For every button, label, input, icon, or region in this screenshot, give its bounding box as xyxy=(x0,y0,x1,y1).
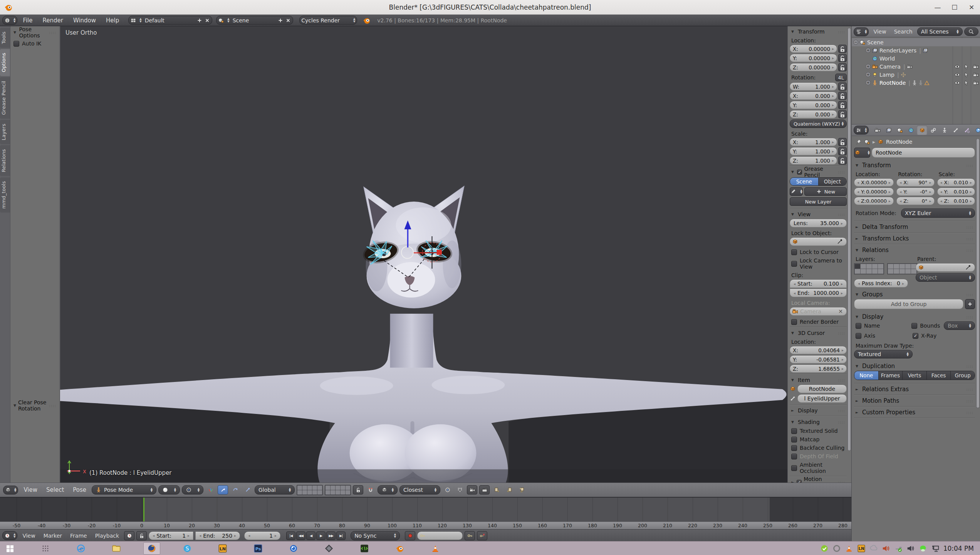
gp-tab-object[interactable]: Object xyxy=(819,178,847,185)
pivot-point-dropdown[interactable] xyxy=(182,485,203,494)
transform-rotation-x-field[interactable]: ◂X:90°▸ xyxy=(896,178,934,187)
shading-matcap-checkbox[interactable]: Matcap xyxy=(790,435,847,444)
shading-backface-culling-checkbox[interactable]: Backface Culling xyxy=(790,444,847,452)
pin-icon[interactable] xyxy=(856,139,862,145)
3d-cursor-panel-header[interactable]: ▼3D Cursor xyxy=(790,328,847,338)
prop-groups-header[interactable]: ▼Groups xyxy=(854,290,975,299)
location-x-field[interactable]: X:0.00000▸ xyxy=(790,45,837,53)
gp-datablock-button[interactable] xyxy=(790,187,803,196)
properties-tab-scene[interactable] xyxy=(894,125,905,135)
timeline-ruler[interactable]: -50-40-30-20-100102030405060708090100110… xyxy=(0,521,851,529)
taskbar-blue-orb[interactable] xyxy=(285,542,302,555)
taskbar-clock[interactable]: 10:04 PM xyxy=(943,545,974,552)
lock-icon[interactable] xyxy=(838,92,847,100)
lens-field[interactable]: Lens:35.000▸ xyxy=(790,219,847,227)
properties-tab-physics[interactable] xyxy=(973,125,980,135)
taskbar-file-explorer[interactable] xyxy=(108,542,125,555)
location-y-field[interactable]: Y:0.00000▸ xyxy=(790,54,837,62)
outliner-search-input[interactable] xyxy=(964,27,978,36)
visibility-eye-icon[interactable] xyxy=(953,72,962,78)
rotation-mode-dropdown[interactable]: Quaternion (WXYZ) xyxy=(790,119,847,128)
max-draw-dropdown[interactable]: Textured xyxy=(854,350,913,358)
item-object-field[interactable]: RootNode xyxy=(797,385,847,393)
clear-pose-rotation-panel-header[interactable]: ▼Clear Pose Rotation xyxy=(12,401,58,410)
scale-y-field[interactable]: Y:1.000▸ xyxy=(790,147,837,155)
panel-header-relations-extras[interactable]: ►Relations Extras xyxy=(854,385,975,394)
viewport-shading-dropdown[interactable] xyxy=(158,485,180,494)
layers-grid-2[interactable] xyxy=(887,263,917,274)
outliner-filter-dropdown[interactable]: All Scenes xyxy=(917,27,963,36)
mode-dropdown[interactable]: Pose Mode xyxy=(92,485,156,494)
snap-target-dropdown[interactable]: Closest xyxy=(399,485,440,494)
properties-scrollbar[interactable] xyxy=(976,138,980,408)
selectability-cursor-icon[interactable] xyxy=(962,72,971,78)
item-bone-field[interactable]: l EyelidUpper xyxy=(797,394,847,403)
properties-tab-render-layers[interactable] xyxy=(883,125,894,135)
outliner-row-camera[interactable]: + Camera | xyxy=(852,62,980,71)
toolshelf-tab-tools[interactable]: Tools xyxy=(0,28,10,48)
menu-window[interactable]: Window xyxy=(69,15,101,26)
tray-vlc-icon[interactable] xyxy=(845,544,853,553)
manipulator-scale-button[interactable] xyxy=(242,485,253,494)
orientation-dropdown[interactable]: Global xyxy=(255,485,295,494)
rotation-y-field[interactable]: Y:0.000▸ xyxy=(790,101,837,109)
prop-transform-header[interactable]: ▼Transform xyxy=(854,161,975,170)
rotation-mode-dropdown[interactable]: XYZ Euler xyxy=(901,209,975,218)
manipulator-translate-button[interactable] xyxy=(218,485,228,494)
panel-header-motion-paths[interactable]: ►Motion Paths xyxy=(854,396,975,405)
properties-tab-bone[interactable] xyxy=(950,125,961,135)
rotation-w-field[interactable]: W:1.000▸ xyxy=(790,82,837,91)
gp-new-button[interactable]: New xyxy=(804,187,847,196)
frame-start-field[interactable]: ◂Start:1▸ xyxy=(149,531,193,540)
expander-icon[interactable]: + xyxy=(866,80,871,85)
vp-menu-view[interactable]: View xyxy=(20,483,41,497)
opengl-anim-button[interactable] xyxy=(479,485,490,494)
sync-dropdown[interactable]: No Sync xyxy=(351,531,400,540)
prop-relations-header[interactable]: ▼Relations xyxy=(854,246,975,255)
screen-layout-selector[interactable]: Default xyxy=(128,16,212,25)
transform-panel-header[interactable]: ▼Transform xyxy=(790,27,847,36)
lock-frame-range-button[interactable] xyxy=(136,531,147,540)
visibility-eye-icon[interactable] xyxy=(953,64,962,70)
id-type-button[interactable] xyxy=(854,148,870,158)
manipulator-axis-button[interactable] xyxy=(205,485,216,494)
duplication-group[interactable]: Group xyxy=(951,371,975,380)
current-frame-field[interactable]: ◂1▸ xyxy=(244,531,280,540)
taskbar-start[interactable] xyxy=(2,542,18,555)
gp-new-layer-button[interactable]: New Layer xyxy=(790,197,847,206)
armature-layers-grid-2[interactable] xyxy=(325,485,351,495)
editor-type-button[interactable]: i xyxy=(2,16,17,25)
next-keyframe-button[interactable]: ▶▶ xyxy=(326,531,336,540)
transform-rotation-y-field[interactable]: ◂Y:-0°▸ xyxy=(896,188,934,196)
taskbar-blender[interactable] xyxy=(391,542,408,555)
lock-icon[interactable] xyxy=(838,156,847,165)
transform-scale-y-field[interactable]: ◂Y:0.010▸ xyxy=(937,188,975,196)
tray-antivirus-leaf-icon[interactable] xyxy=(820,544,829,553)
editor-type-button[interactable] xyxy=(3,486,18,494)
tray-ln-app-icon[interactable]: LN xyxy=(857,544,866,553)
taskbar-skype[interactable]: S xyxy=(179,542,196,555)
expander-icon[interactable]: + xyxy=(866,64,871,69)
panel-header-transform-locks[interactable]: ►Transform Locks xyxy=(854,234,975,243)
tray-cloud-green-icon[interactable] xyxy=(919,544,927,553)
tl-menu-frame[interactable]: Frame xyxy=(67,530,90,542)
properties-tab-object-cube[interactable] xyxy=(917,125,927,135)
properties-tab-armature-data[interactable] xyxy=(939,125,950,135)
properties-tab-world[interactable] xyxy=(906,125,916,135)
rotation-z-field[interactable]: Z:0.000▸ xyxy=(790,110,837,118)
item-panel-header[interactable]: ▼Item xyxy=(790,375,847,385)
clip-start-field[interactable]: ◂Start:0.100▸ xyxy=(790,279,847,288)
display-axis-checkbox[interactable]: Axis xyxy=(854,331,911,340)
lock-to-scene-button[interactable] xyxy=(353,485,363,494)
prop-duplication-header[interactable]: ▼Duplication xyxy=(854,362,975,371)
armature-layers-grid[interactable] xyxy=(297,485,323,495)
scene-selector[interactable]: Scene xyxy=(216,16,293,25)
grease-pencil-panel-header[interactable]: ▼Grease Pencil xyxy=(790,167,847,177)
snap-toggle-button[interactable] xyxy=(365,485,376,494)
duplication-verts[interactable]: Verts xyxy=(903,371,927,380)
lock-to-cursor-checkbox[interactable]: Lock to Cursor xyxy=(790,248,847,256)
snap-normal-button[interactable] xyxy=(442,485,453,494)
use-preview-range-button[interactable] xyxy=(124,531,134,540)
properties-tab-render-camera[interactable] xyxy=(872,125,883,135)
transform-location-y-field[interactable]: ◂Y:0.00000▸ xyxy=(854,188,894,196)
